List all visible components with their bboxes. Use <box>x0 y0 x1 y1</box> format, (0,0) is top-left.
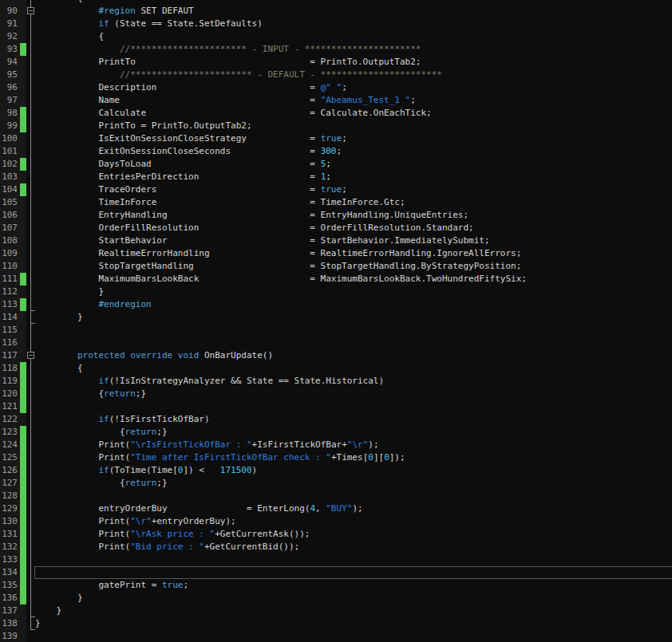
line-number[interactable]: 90 <box>0 5 20 18</box>
code-text[interactable]: entryOrderBuy = EnterLong(4, "BUY"); <box>35 502 672 515</box>
code-text[interactable]: {return;} <box>35 477 672 490</box>
line-number[interactable]: 96 <box>0 81 20 94</box>
code-text[interactable]: Print("\rAsk price : "+GetCurrentAsk()); <box>35 528 672 541</box>
line-number[interactable]: 114 <box>0 311 20 324</box>
line-number[interactable]: 136 <box>0 592 20 605</box>
line-number[interactable]: 101 <box>0 145 20 158</box>
code-text[interactable]: MaximumBarsLookBack = MaximumBarsLookBac… <box>35 273 672 286</box>
line-number[interactable]: 115 <box>0 324 20 337</box>
code-text[interactable] <box>35 337 672 349</box>
code-text[interactable]: PrintTo = PrintTo.OutputTab2; <box>35 56 672 69</box>
line-number[interactable]: 127 <box>0 477 20 490</box>
line-number[interactable]: 128 <box>0 490 20 502</box>
code-text[interactable]: {return;} <box>35 426 672 439</box>
line-number[interactable]: 133 <box>0 553 20 566</box>
line-number[interactable]: 135 <box>0 579 20 592</box>
code-text[interactable] <box>35 400 672 413</box>
line-number[interactable]: 94 <box>0 56 20 69</box>
code-text[interactable]: {return;} <box>35 388 672 400</box>
line-number[interactable]: 95 <box>0 69 20 81</box>
fold-toggle-icon[interactable] <box>27 352 34 359</box>
code-text[interactable]: Print("Time after IsFirstTickOfBar check… <box>35 451 672 464</box>
line-number[interactable]: 92 <box>0 30 20 43</box>
line-number[interactable]: 113 <box>0 298 20 311</box>
line-number[interactable]: 134 <box>0 566 20 579</box>
code-text[interactable]: if(ToTime(Time[0]) < 171500) <box>35 464 672 477</box>
line-number[interactable]: 108 <box>0 234 20 247</box>
code-text[interactable]: OrderFillResolution = OrderFillResolutio… <box>35 222 672 234</box>
line-number[interactable]: 111 <box>0 273 20 286</box>
line-number[interactable]: 112 <box>0 286 20 298</box>
line-number[interactable]: 98 <box>0 107 20 120</box>
code-text[interactable]: ExitOnSessionCloseSeconds = 300; <box>35 145 672 158</box>
code-text[interactable]: #region SET DEFAUT <box>35 5 672 18</box>
line-number[interactable]: 125 <box>0 451 20 464</box>
line-number[interactable]: 118 <box>0 362 20 375</box>
code-text[interactable]: if(!IsFirstTickOfBar) <box>35 413 672 426</box>
code-text[interactable]: PrintTo = PrintTo.OutputTab2; <box>35 120 672 132</box>
code-text[interactable] <box>35 324 672 337</box>
code-editor[interactable]: {90 #region SET DEFAUT91 if (State == St… <box>0 0 672 642</box>
line-number[interactable]: 138 <box>0 617 20 630</box>
line-number[interactable]: 130 <box>0 515 20 528</box>
code-text[interactable]: StartBehavior = StartBehavior.Immediatel… <box>35 234 672 247</box>
line-number[interactable]: 110 <box>0 260 20 273</box>
code-text[interactable]: if(!IsInStrategyAnalyzer && State == Sta… <box>35 375 672 388</box>
code-text[interactable]: protected override void OnBarUpdate() <box>35 349 672 362</box>
line-number[interactable]: 129 <box>0 502 20 515</box>
line-number[interactable]: 121 <box>0 400 20 413</box>
line-number[interactable]: 106 <box>0 209 20 222</box>
fold-toggle-icon[interactable] <box>27 7 34 14</box>
line-number[interactable]: 103 <box>0 171 20 183</box>
code-text[interactable] <box>35 490 672 502</box>
code-text[interactable]: #endregion <box>35 298 672 311</box>
line-number[interactable]: 109 <box>0 247 20 260</box>
line-number[interactable]: 107 <box>0 222 20 234</box>
code-text[interactable]: //********************** - INPUT - *****… <box>35 43 672 56</box>
code-text[interactable]: EntriesPerDirection = 1; <box>35 171 672 183</box>
code-text[interactable]: TraceOrders = true; <box>35 183 672 196</box>
code-text[interactable] <box>35 630 672 642</box>
line-number[interactable]: 124 <box>0 439 20 451</box>
code-text[interactable]: if (State == State.SetDefaults) <box>35 18 672 30</box>
line-number[interactable]: 131 <box>0 528 20 541</box>
line-number[interactable]: 120 <box>0 388 20 400</box>
line-number[interactable]: 132 <box>0 541 20 553</box>
code-text[interactable]: Print("Bid price : "+GetCurrentBid()); <box>35 541 672 553</box>
line-number[interactable]: 119 <box>0 375 20 388</box>
code-text[interactable]: } <box>35 286 672 298</box>
line-number[interactable]: 100 <box>0 132 20 145</box>
line-number[interactable]: 102 <box>0 158 20 171</box>
line-number[interactable]: 97 <box>0 94 20 107</box>
code-text[interactable]: EntryHandling = EntryHandling.UniqueEntr… <box>35 209 672 222</box>
line-number[interactable]: 116 <box>0 337 20 349</box>
line-number[interactable]: 122 <box>0 413 20 426</box>
code-text[interactable]: RealtimeErrorHandling = RealtimeErrorHan… <box>35 247 672 260</box>
line-number[interactable]: 91 <box>0 18 20 30</box>
line-number[interactable]: 99 <box>0 120 20 132</box>
code-text[interactable]: { <box>35 362 672 375</box>
code-text[interactable]: gatePrint = true; <box>35 579 672 592</box>
code-text[interactable]: } <box>35 605 672 617</box>
line-number[interactable]: 104 <box>0 183 20 196</box>
code-text[interactable]: Calculate = Calculate.OnEachTick; <box>35 107 672 120</box>
line-number[interactable]: 139 <box>0 630 20 642</box>
code-text[interactable]: } <box>35 617 672 630</box>
code-text[interactable] <box>35 566 672 579</box>
code-text[interactable]: } <box>35 311 672 324</box>
code-text[interactable]: DaysToLoad = 5; <box>35 158 672 171</box>
line-number[interactable]: 105 <box>0 196 20 209</box>
code-text[interactable]: Description = @" "; <box>35 81 672 94</box>
line-number[interactable]: 123 <box>0 426 20 439</box>
line-number[interactable]: 137 <box>0 605 20 617</box>
code-text[interactable]: { <box>35 30 672 43</box>
code-text[interactable] <box>35 553 672 566</box>
code-text[interactable]: Name = "Abeamus_Test_1 "; <box>35 94 672 107</box>
code-text[interactable]: StopTargetHandling = StopTargetHandling.… <box>35 260 672 273</box>
code-text[interactable]: IsExitOnSessionCloseStrategy = true; <box>35 132 672 145</box>
code-text[interactable]: } <box>35 592 672 605</box>
line-number[interactable]: 117 <box>0 349 20 362</box>
code-text[interactable]: TimeInForce = TimeInForce.Gtc; <box>35 196 672 209</box>
line-number[interactable]: 93 <box>0 43 20 56</box>
code-text[interactable]: Print("\r"+entryOrderBuy); <box>35 515 672 528</box>
